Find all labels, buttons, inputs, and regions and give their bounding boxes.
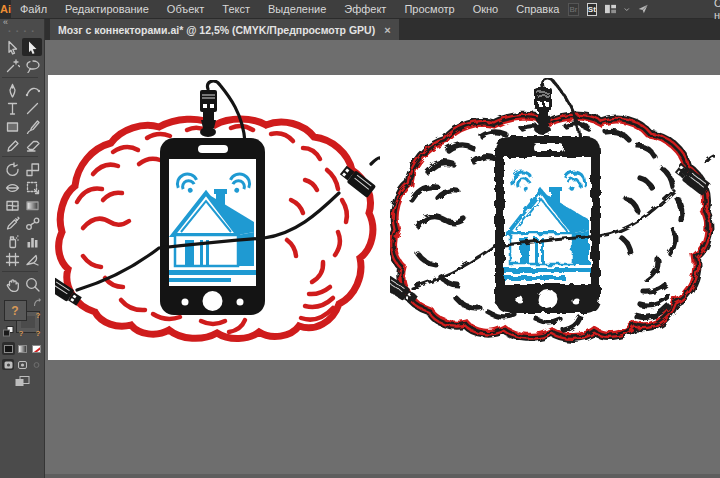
stroke-unknown-mark: ?	[36, 311, 41, 320]
rotate-icon	[5, 162, 20, 177]
line-segment-tool[interactable]	[22, 99, 42, 117]
lasso-tool[interactable]	[22, 56, 42, 74]
eyedropper-icon	[5, 216, 20, 231]
stroke-unknown-mark: ?	[36, 329, 41, 338]
workspace-switcher[interactable]: Основные настройки	[714, 0, 720, 21]
column-graph-tool[interactable]	[22, 232, 42, 250]
rectangle-icon	[5, 119, 20, 134]
line-segment-icon	[25, 101, 40, 116]
paper-plane-icon[interactable]	[638, 2, 648, 16]
artboard-tool[interactable]	[2, 250, 22, 268]
chevron-down-icon[interactable]	[624, 7, 630, 12]
direct-selection-arrow-icon	[25, 40, 40, 55]
eyedropper-tool[interactable]	[2, 214, 22, 232]
none-button[interactable]	[30, 342, 43, 355]
direct-selection-tool[interactable]	[22, 38, 42, 56]
hand-tool[interactable]	[2, 275, 22, 293]
selection-arrow-icon	[5, 40, 20, 55]
tool-grid	[2, 38, 42, 293]
swap-fill-stroke-icon[interactable]	[33, 298, 43, 307]
illustrator-app-icon: Ai	[0, 0, 11, 19]
pen-icon	[5, 83, 20, 98]
document-tab-bar: Мозг с коннекторами.ai* @ 12,5% (CMYK/Пр…	[45, 19, 720, 40]
rotate-tool[interactable]	[2, 160, 22, 178]
menu-type[interactable]: Текст	[213, 0, 259, 19]
blend-icon	[25, 216, 40, 231]
width-tool[interactable]	[2, 178, 22, 196]
close-tab-icon[interactable]: ×	[384, 24, 390, 36]
panel-collapse-button[interactable]: «	[0, 19, 44, 28]
draw-inside-button[interactable]	[30, 359, 42, 370]
paint-type-buttons	[2, 342, 43, 355]
color-button[interactable]	[2, 342, 15, 355]
type-icon	[5, 101, 20, 116]
hand-icon	[5, 277, 20, 292]
gradient-tool[interactable]	[22, 196, 42, 214]
menu-effect[interactable]: Эффект	[335, 0, 395, 19]
bridge-button[interactable]: Br	[568, 3, 578, 16]
slice-icon	[25, 252, 40, 267]
scale-tool[interactable]	[22, 160, 42, 178]
symbol-sprayer-tool[interactable]	[2, 232, 22, 250]
magic-wand-icon	[5, 58, 20, 73]
paintbrush-icon	[25, 119, 40, 134]
panel-drag-handle[interactable]: ▪ ▪ ▪ ▪	[8, 28, 36, 36]
eraser-icon	[25, 137, 40, 152]
selection-tool[interactable]	[2, 38, 22, 56]
pencil-tool[interactable]	[2, 135, 22, 153]
mesh-tool[interactable]	[2, 196, 22, 214]
drawing-mode-buttons	[2, 359, 42, 370]
rectangle-tool[interactable]	[2, 117, 22, 135]
gradient-icon	[25, 198, 40, 213]
curvature-icon	[25, 83, 40, 98]
draw-behind-button[interactable]	[16, 359, 28, 370]
pen-tool[interactable]	[2, 81, 22, 99]
zoom-icon	[25, 277, 40, 292]
type-tool[interactable]	[2, 99, 22, 117]
scale-icon	[25, 162, 40, 177]
menu-file[interactable]: Файл	[11, 0, 56, 19]
zoom-tool[interactable]	[22, 275, 42, 293]
free-transform-tool[interactable]	[22, 178, 42, 196]
menu-edit[interactable]: Редактирование	[56, 0, 158, 19]
canvas-pasteboard[interactable]	[45, 40, 720, 478]
draw-inside-icon	[32, 361, 41, 369]
menu-select[interactable]: Выделение	[259, 0, 335, 19]
lasso-icon	[25, 58, 40, 73]
pencil-icon	[5, 137, 20, 152]
column-graph-icon	[25, 234, 40, 249]
width-icon	[5, 180, 20, 195]
brain-artwork-raster[interactable]	[390, 78, 715, 358]
menu-object[interactable]: Объект	[158, 0, 213, 19]
stroke-unknown-mark: ?	[19, 329, 24, 338]
brain-artwork-vector[interactable]	[55, 80, 380, 360]
draw-normal-icon	[4, 361, 13, 369]
blend-tool[interactable]	[22, 214, 42, 232]
fill-stroke-indicator: ? ? ? ?	[2, 298, 43, 338]
adobe-stock-button[interactable]: St	[587, 3, 597, 16]
document-title: Мозг с коннекторами.ai* @ 12,5% (CMYK/Пр…	[58, 24, 375, 36]
menu-bar: Ai Файл Редактирование Объект Текст Выде…	[0, 0, 720, 19]
free-transform-icon	[25, 180, 40, 195]
menu-window[interactable]: Окно	[464, 0, 508, 19]
menu-view[interactable]: Просмотр	[395, 0, 463, 19]
draw-normal-button[interactable]	[2, 359, 14, 370]
eraser-tool[interactable]	[22, 135, 42, 153]
mesh-icon	[5, 198, 20, 213]
default-fill-stroke-icon[interactable]	[3, 326, 14, 337]
workspace-layout-icon[interactable]	[605, 3, 616, 15]
magic-wand-tool[interactable]	[2, 56, 22, 74]
menu-help[interactable]: Справка	[507, 0, 568, 19]
artboard-icon	[5, 252, 20, 267]
screen-mode-button[interactable]	[15, 376, 30, 387]
gradient-button[interactable]	[16, 342, 29, 355]
paintbrush-tool[interactable]	[22, 117, 42, 135]
symbol-sprayer-icon	[5, 234, 20, 249]
draw-behind-icon	[18, 361, 27, 369]
fill-swatch[interactable]: ?	[4, 300, 27, 321]
slice-tool[interactable]	[22, 250, 42, 268]
document-tab[interactable]: Мозг с коннекторами.ai* @ 12,5% (CMYK/Пр…	[50, 19, 399, 40]
tools-panel: « ▪ ▪ ▪ ▪	[0, 19, 45, 478]
status-bar-edge	[45, 474, 720, 478]
curvature-tool[interactable]	[22, 81, 42, 99]
